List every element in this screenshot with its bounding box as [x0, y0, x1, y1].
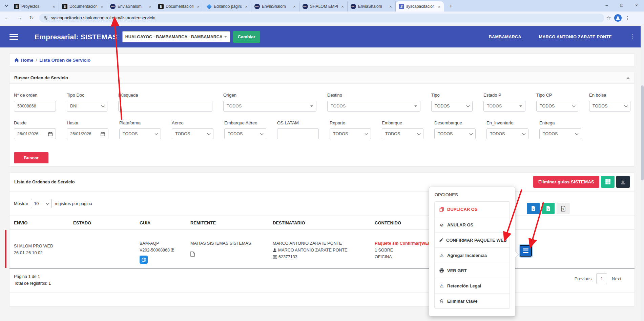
close-icon[interactable]: ×	[244, 4, 249, 9]
show-label: Mostrar	[14, 201, 28, 206]
browser-tab-strip: E Proyectos × E Documentación mas × PRO …	[0, 0, 644, 12]
header-menu-dots-icon[interactable]: ⋮	[629, 33, 635, 40]
menu-item-eliminar-clave[interactable]: Eliminar Clave	[435, 293, 510, 308]
bookmark-star-icon[interactable]: ☆	[606, 15, 611, 21]
row-options-button[interactable]	[520, 245, 532, 257]
desembarque-select[interactable]: TODOS	[434, 128, 476, 139]
cell-destinatario: MARCO ANTONIO ZARATE PONTE MARCO ANTONIO…	[273, 230, 375, 268]
minimize-button[interactable]: –	[599, 0, 614, 10]
chevron-down-icon	[224, 36, 227, 38]
menu-item-confirmar-paquete-web[interactable]: CONFIRMAR PAQUETE WEB	[435, 232, 510, 247]
hamburger-menu-icon[interactable]	[9, 33, 18, 41]
field-label: Aereo	[172, 120, 213, 125]
close-icon[interactable]: ×	[340, 4, 345, 9]
profile-avatar[interactable]	[614, 14, 622, 22]
agency-link[interactable]: BAMBAMARCA	[489, 35, 521, 39]
browser-tab[interactable]: PRO EnviaShalom ×	[107, 1, 155, 12]
breadcrumb-home-link[interactable]: Home	[14, 58, 34, 63]
excel-light-button[interactable]: X	[557, 203, 569, 214]
estado-p-select[interactable]: TODOS	[483, 101, 525, 112]
browser-menu-icon[interactable]: ⋮	[625, 15, 630, 21]
reparto-select[interactable]: TODOS	[330, 128, 371, 139]
maximize-button[interactable]: □	[614, 0, 629, 10]
os-latam-input[interactable]	[277, 128, 319, 139]
e-logo-icon: E	[62, 4, 67, 9]
menu-item-duplicar-os[interactable]: DUPLICAR OS	[435, 202, 510, 217]
scrollbar-thumb[interactable]	[641, 85, 644, 180]
embarque-aereo-select[interactable]: TODOS	[224, 128, 266, 139]
destino-select[interactable]: TODOS	[327, 101, 420, 112]
close-icon[interactable]: ×	[147, 4, 153, 9]
page-size-select[interactable]: 10	[31, 199, 52, 208]
field-label: Tipo Doc	[67, 93, 107, 98]
menu-item-ver-grt[interactable]: VER GRT	[435, 263, 510, 278]
site-settings-icon[interactable]	[43, 16, 48, 20]
menu-item-anular-os[interactable]: ⊘ ANULAR OS	[435, 217, 510, 232]
url-text[interactable]: syscapacitacion.shalomcontrol.com/listao…	[51, 15, 155, 20]
address-bar[interactable]: syscapacitacion.shalomcontrol.com/listao…	[39, 14, 604, 22]
new-tab-button[interactable]: +	[446, 2, 455, 11]
reload-button[interactable]: ↻	[26, 13, 37, 23]
browser-tab[interactable]: E Documentación mas ×	[155, 1, 203, 12]
close-icon[interactable]: ×	[388, 4, 393, 9]
field-os-latam: OS LATAM	[277, 120, 319, 139]
web-order-badge[interactable]	[140, 256, 148, 264]
browser-tab[interactable]: Editando página Doc ×	[203, 1, 251, 12]
tipo-doc-select[interactable]: DNI	[67, 101, 107, 112]
tab-title: Editando página Doc	[214, 4, 242, 9]
plataforma-select[interactable]: TODOS	[119, 128, 161, 139]
browser-tab[interactable]: E Documentación mas ×	[59, 1, 107, 12]
tipo-select[interactable]: TODOS	[431, 101, 473, 112]
close-icon[interactable]: ×	[436, 4, 442, 9]
en-bolsa-select[interactable]: TODOS	[589, 101, 630, 112]
field-origen: Origen TODOS	[223, 93, 316, 112]
browser-tab[interactable]: PRO SHALOM EMPRESARI ×	[299, 1, 348, 12]
close-icon[interactable]: ×	[292, 4, 297, 9]
excel-green-button[interactable]: X	[542, 203, 555, 214]
browser-toolbar: ← → ↻ syscapacitacion.shalomcontrol.com/…	[0, 12, 644, 24]
breadcrumb-current-page[interactable]: Lista Orden de Servicio	[39, 58, 90, 63]
branch-select[interactable]: HUALGAYOC - BAMBAMARCA - BAMBAMARCA	[122, 31, 230, 42]
forward-button[interactable]: →	[14, 13, 24, 23]
page-number-button[interactable]: 1	[596, 273, 607, 284]
field-label: Tipo	[431, 93, 473, 98]
browser-tab[interactable]: PRO EnviaShalom ×	[348, 1, 396, 12]
window-close-button[interactable]: ×	[629, 0, 644, 10]
previous-page-button[interactable]: Previous	[575, 276, 592, 281]
user-menu-link[interactable]: MARCO ANTONIO ZARATE PONTE	[539, 35, 612, 39]
eliminar-guias-button[interactable]: Eliminar guias SISTEMAS	[533, 176, 599, 188]
hasta-date-input[interactable]: 26/01/2026	[67, 128, 108, 139]
browser-tab[interactable]: E Proyectos ×	[11, 1, 59, 12]
embarque-select[interactable]: TODOS	[382, 128, 423, 139]
chevron-down-icon	[101, 104, 105, 107]
close-icon[interactable]: ×	[195, 4, 201, 9]
en-inventario-select[interactable]: TODOS	[486, 128, 528, 139]
back-button[interactable]: ←	[2, 13, 12, 23]
excel-blue-button[interactable]: X	[527, 203, 540, 214]
order-number-input[interactable]	[14, 101, 56, 112]
close-icon[interactable]: ×	[51, 4, 57, 9]
busqueda-input[interactable]	[118, 101, 212, 112]
collapse-caret-icon[interactable]	[626, 77, 630, 79]
tab-title: Proyectos	[21, 4, 49, 9]
entrega-select[interactable]: TODOS	[539, 128, 581, 139]
close-icon[interactable]: ×	[99, 4, 105, 9]
field-desembarque: Desembarque TODOS	[434, 120, 476, 139]
window-controls: – □ ×	[599, 0, 644, 10]
menu-item-agregar-incidencia[interactable]: ⚠ Agregar Incidencia	[435, 247, 510, 263]
buscar-button[interactable]: Buscar	[14, 152, 48, 163]
ticket-icon: E	[171, 247, 174, 254]
desde-date-input[interactable]: 26/01/2026	[14, 128, 56, 139]
column-settings-button[interactable]	[601, 176, 615, 188]
menu-item-retencion-legal[interactable]: ⚠ Retención Legal	[435, 278, 510, 293]
browser-tab[interactable]: PRO EnviaShalom ×	[251, 1, 299, 12]
cambiar-button[interactable]: Cambiar	[233, 31, 260, 43]
tab-search-chevron-icon[interactable]	[2, 1, 11, 10]
tipo-cp-select[interactable]: TODOS	[536, 101, 578, 112]
next-page-button[interactable]: Next	[612, 276, 621, 281]
browser-tab-active[interactable]: S syscapacitacion.shalo ×	[396, 1, 444, 12]
aereo-select[interactable]: TODOS	[172, 128, 213, 139]
origen-select[interactable]: TODOS	[223, 101, 316, 112]
download-button[interactable]	[616, 176, 630, 188]
printer-icon	[439, 268, 444, 273]
